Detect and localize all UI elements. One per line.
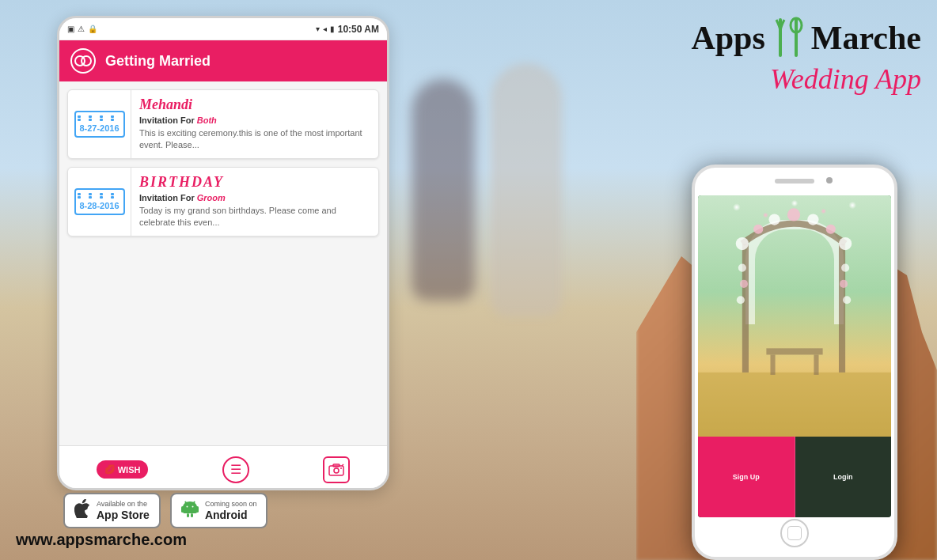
svg-point-31 xyxy=(737,296,745,304)
svg-rect-20 xyxy=(742,244,749,373)
event-title-birthday: BIRTHDAY xyxy=(139,174,370,191)
svg-rect-19 xyxy=(698,373,891,437)
svg-point-24 xyxy=(768,214,780,225)
wish-label[interactable]: 💋 WISH xyxy=(97,460,149,479)
android-text: Coming soon on Android xyxy=(205,500,257,522)
menu-nav-button[interactable]: ☰ xyxy=(222,456,249,483)
svg-rect-35 xyxy=(766,348,822,354)
event-card-mehndi[interactable]: 8-27-2016 Mehandi Invitation For Both Th… xyxy=(67,89,379,159)
website-url: www.appsmarche.com xyxy=(16,531,187,549)
wish-nav-button[interactable]: 💋 WISH xyxy=(97,460,149,479)
floral-arch xyxy=(698,195,891,437)
iphone-login-button[interactable]: Login xyxy=(795,437,892,517)
status-bar: ▣ ⚠ 🔒 ▾ ◂ ▮ 10:50 AM xyxy=(59,18,387,40)
calendar-mehndi: 8-27-2016 xyxy=(74,111,125,138)
signal-icon: ▾ xyxy=(316,25,320,33)
notification-icon: ▣ xyxy=(67,25,74,33)
event-date-mehndi: 8-27-2016 xyxy=(68,90,131,158)
menu-icon[interactable]: ☰ xyxy=(222,456,249,483)
svg-point-34 xyxy=(843,296,851,304)
svg-rect-37 xyxy=(814,354,818,374)
svg-rect-36 xyxy=(770,354,775,374)
svg-rect-12 xyxy=(181,506,184,513)
calendar-birthday: 8-28-2016 xyxy=(74,188,125,215)
event-invitation-mehndi: Invitation For Both xyxy=(139,115,370,125)
iphone-signup-button[interactable]: Sign Up xyxy=(698,437,795,517)
event-date-birthday: 8-28-2016 xyxy=(68,168,131,236)
battery-icon: ▮ xyxy=(330,25,335,33)
svg-point-23 xyxy=(753,225,763,234)
svg-point-29 xyxy=(738,263,746,271)
svg-point-22 xyxy=(736,237,749,250)
brand-apps-text: Apps xyxy=(691,19,764,57)
event-desc-mehndi: This is exciting ceremony.this is one of… xyxy=(139,127,370,152)
status-icons-left: ▣ ⚠ 🔒 xyxy=(67,25,97,33)
svg-point-8 xyxy=(186,506,188,508)
brand-icon-svg xyxy=(768,16,808,59)
android-phone-mockup: ▣ ⚠ 🔒 ▾ ◂ ▮ 10:50 AM Getting Married xyxy=(57,16,389,490)
app-title: Getting Married xyxy=(105,53,211,70)
iphone-speaker xyxy=(775,179,814,184)
svg-rect-21 xyxy=(839,244,845,373)
event-desc-birthday: Today is my grand son birthdays. Please … xyxy=(139,205,370,229)
appstore-text: Available on the App Store xyxy=(97,500,150,522)
svg-rect-13 xyxy=(196,506,199,513)
android-icon xyxy=(181,499,199,522)
svg-point-1 xyxy=(82,56,91,66)
svg-rect-14 xyxy=(187,513,189,517)
svg-point-32 xyxy=(841,263,849,271)
svg-rect-7 xyxy=(183,505,197,513)
date-birthday: 8-28-2016 xyxy=(78,201,122,210)
svg-rect-2 xyxy=(329,466,343,475)
network-icon: ◂ xyxy=(323,25,327,33)
alert-icon: ⚠ xyxy=(78,25,85,33)
svg-point-25 xyxy=(787,208,800,221)
iphone-screen: Sign Up Login xyxy=(698,195,891,517)
svg-point-9 xyxy=(192,506,193,508)
event-card-birthday[interactable]: 8-28-2016 BIRTHDAY Invitation For Groom … xyxy=(67,167,379,236)
svg-point-33 xyxy=(840,280,848,288)
svg-point-27 xyxy=(826,225,836,234)
photo-icon[interactable] xyxy=(323,456,350,483)
brand-wedding-tagline: Wedding App xyxy=(691,62,921,96)
app-content: 8-27-2016 Mehandi Invitation For Both Th… xyxy=(59,81,387,445)
event-details-mehndi: Mehandi Invitation For Both This is exci… xyxy=(131,90,378,158)
event-invitation-birthday: Invitation For Groom xyxy=(139,193,370,202)
photo-nav-button[interactable] xyxy=(323,456,350,483)
bottom-nav: 💋 WISH ☰ xyxy=(59,445,387,490)
lock-icon: 🔒 xyxy=(88,25,97,33)
android-badge[interactable]: Coming soon on Android xyxy=(170,493,268,528)
rings-icon xyxy=(70,48,96,74)
brand-logo: Apps Marche xyxy=(691,16,921,59)
app-header: Getting Married xyxy=(59,40,387,81)
status-time: 10:50 AM xyxy=(338,24,379,35)
date-mehndi: 8-27-2016 xyxy=(78,123,122,133)
apple-icon xyxy=(74,499,90,522)
iphone-bottom-bar: Sign Up Login xyxy=(698,437,891,517)
svg-point-5 xyxy=(340,467,342,469)
couple-silhouette-left xyxy=(412,79,475,301)
svg-point-3 xyxy=(334,468,339,473)
svg-point-30 xyxy=(740,280,748,288)
iphone-home-button-inner xyxy=(787,526,802,540)
svg-point-28 xyxy=(839,237,852,250)
iphone-mockup: Sign Up Login xyxy=(692,165,897,560)
brand-area: Apps Marche Wedding App xyxy=(691,16,921,96)
iphone-home-button[interactable] xyxy=(780,519,809,547)
status-icons-right: ▾ ◂ ▮ 10:50 AM xyxy=(316,24,379,35)
couple-silhouette-right xyxy=(491,63,562,316)
iphone-camera xyxy=(826,177,833,184)
badge-area: Available on the App Store Coming soon o… xyxy=(63,493,267,528)
appstore-badge[interactable]: Available on the App Store xyxy=(63,493,161,528)
event-title-mehndi: Mehandi xyxy=(139,96,370,113)
svg-rect-15 xyxy=(191,513,193,517)
brand-marche-text: Marche xyxy=(811,19,921,57)
svg-point-26 xyxy=(807,214,818,225)
event-details-birthday: BIRTHDAY Invitation For Groom Today is m… xyxy=(131,168,378,236)
